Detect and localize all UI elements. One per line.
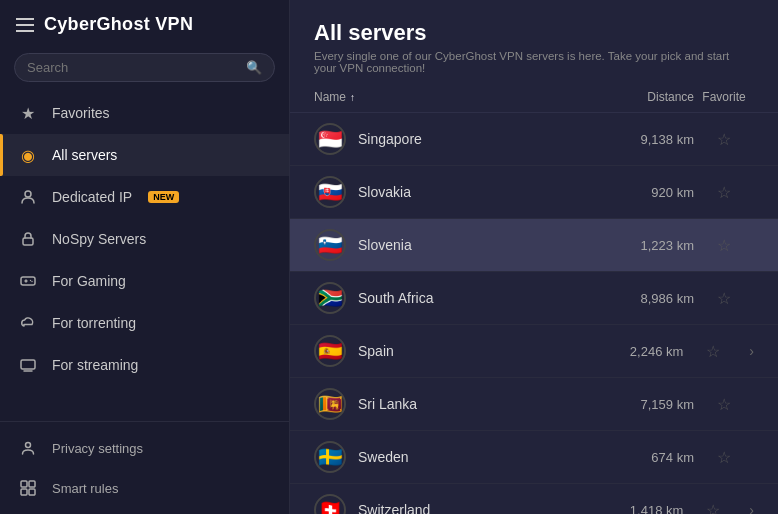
favorite-toggle[interactable]: ☆ [694,289,754,308]
table-row[interactable]: 🇸🇮 Slovenia 1,223 km ☆ [290,219,778,272]
server-distance: 920 km [604,185,694,200]
sidebar-item-dedicated-ip[interactable]: Dedicated IP NEW [0,176,289,218]
col-favorite-header: Favorite [694,90,754,104]
main-header: All servers Every single one of our Cybe… [290,0,778,82]
sidebar-item-label: Favorites [52,105,110,121]
flag-icon: 🇸🇬 [314,123,346,155]
favorite-toggle[interactable]: ☆ [683,501,743,515]
table-row[interactable]: 🇸🇬 Singapore 9,138 km ☆ [290,113,778,166]
star-empty-icon[interactable]: ☆ [717,236,731,255]
table-row[interactable]: 🇸🇰 Slovakia 920 km ☆ [290,166,778,219]
table-row[interactable]: 🇸🇪 Sweden 674 km ☆ [290,431,778,484]
favorite-toggle[interactable]: ☆ [694,448,754,467]
sidebar-item-smart-rules[interactable]: Smart rules [0,468,289,508]
server-name: Sweden [358,449,604,465]
sidebar-item-label: Dedicated IP [52,189,132,205]
flag-icon: 🇸🇮 [314,229,346,261]
sidebar-item-label: For streaming [52,357,138,373]
sidebar-item-label: NoSpy Servers [52,231,146,247]
search-box[interactable]: 🔍 [14,53,275,82]
server-distance: 2,246 km [593,344,683,359]
sidebar-item-all-servers[interactable]: ◉ All servers [0,134,289,176]
search-input[interactable] [27,60,238,75]
flag-icon: 🇨🇭 [314,494,346,514]
server-name: Slovenia [358,237,604,253]
person-icon [18,438,38,458]
favorite-toggle[interactable]: ☆ [694,130,754,149]
table-row[interactable]: 🇪🇸 Spain 2,246 km ☆ › [290,325,778,378]
svg-rect-11 [29,481,35,487]
svg-point-5 [30,280,31,281]
svg-rect-2 [21,277,35,285]
svg-rect-7 [21,360,35,369]
sidebar-item-favorites[interactable]: ★ Favorites [0,92,289,134]
server-list: 🇸🇬 Singapore 9,138 km ☆ 🇸🇰 Slovakia 920 … [290,113,778,514]
server-distance: 674 km [604,450,694,465]
svg-rect-13 [29,489,35,495]
col-name-header[interactable]: Name ↑ [314,90,604,104]
star-empty-icon[interactable]: ☆ [706,342,720,361]
cloud-icon [18,313,38,333]
server-distance: 9,138 km [604,132,694,147]
table-row[interactable]: 🇿🇦 South Africa 8,986 km ☆ [290,272,778,325]
sidebar-bottom: Privacy settings Smart rules [0,421,289,514]
grid-icon [18,478,38,498]
sidebar-item-label: For Gaming [52,273,126,289]
page-subtitle: Every single one of our CyberGhost VPN s… [314,50,754,74]
new-badge: NEW [148,191,179,203]
sort-asc-icon: ↑ [350,92,355,103]
flag-icon: 🇱🇰 [314,388,346,420]
star-icon: ★ [18,103,38,123]
server-distance: 1,418 km [593,503,683,515]
lock-icon [18,229,38,249]
chevron-right-icon: › [749,343,754,359]
star-empty-icon[interactable]: ☆ [717,448,731,467]
app-title: CyberGhost VPN [44,14,193,35]
server-distance: 8,986 km [604,291,694,306]
star-empty-icon[interactable]: ☆ [717,130,731,149]
server-distance: 7,159 km [604,397,694,412]
sidebar-item-for-torrenting[interactable]: For torrenting [0,302,289,344]
table-header: Name ↑ Distance Favorite [290,82,778,113]
server-name: Sri Lanka [358,396,604,412]
table-row[interactable]: 🇱🇰 Sri Lanka 7,159 km ☆ [290,378,778,431]
svg-point-6 [31,281,32,282]
star-empty-icon[interactable]: ☆ [717,289,731,308]
svg-point-9 [26,443,31,448]
sidebar-item-privacy-settings[interactable]: Privacy settings [0,428,289,468]
star-empty-icon[interactable]: ☆ [706,501,720,515]
sidebar-item-label: All servers [52,147,117,163]
sidebar-header: CyberGhost VPN [0,0,289,49]
sidebar-item-label: Privacy settings [52,441,143,456]
gaming-icon [18,271,38,291]
server-name: South Africa [358,290,604,306]
favorite-toggle[interactable]: ☆ [694,395,754,414]
chevron-right-icon: › [749,502,754,514]
nav-items: ★ Favorites ◉ All servers Dedicated IP N… [0,92,289,421]
svg-rect-1 [23,238,33,245]
table-row[interactable]: 🇨🇭 Switzerland 1,418 km ☆ › [290,484,778,514]
favorite-toggle[interactable]: ☆ [694,236,754,255]
svg-rect-10 [21,481,27,487]
server-name: Singapore [358,131,604,147]
star-empty-icon[interactable]: ☆ [717,183,731,202]
sidebar-item-label: For torrenting [52,315,136,331]
main-content: All servers Every single one of our Cybe… [290,0,778,514]
server-name: Spain [358,343,593,359]
flag-icon: 🇿🇦 [314,282,346,314]
favorite-toggle[interactable]: ☆ [694,183,754,202]
hamburger-menu[interactable] [16,18,34,32]
streaming-icon [18,355,38,375]
col-distance-header: Distance [604,90,694,104]
svg-point-0 [25,191,31,197]
server-distance: 1,223 km [604,238,694,253]
server-name: Slovakia [358,184,604,200]
sidebar-item-for-streaming[interactable]: For streaming [0,344,289,386]
col-name-label: Name [314,90,346,104]
sidebar-item-for-gaming[interactable]: For Gaming [0,260,289,302]
star-empty-icon[interactable]: ☆ [717,395,731,414]
sidebar-item-nospy-servers[interactable]: NoSpy Servers [0,218,289,260]
favorite-toggle[interactable]: ☆ [683,342,743,361]
page-title: All servers [314,20,754,46]
search-icon: 🔍 [246,60,262,75]
